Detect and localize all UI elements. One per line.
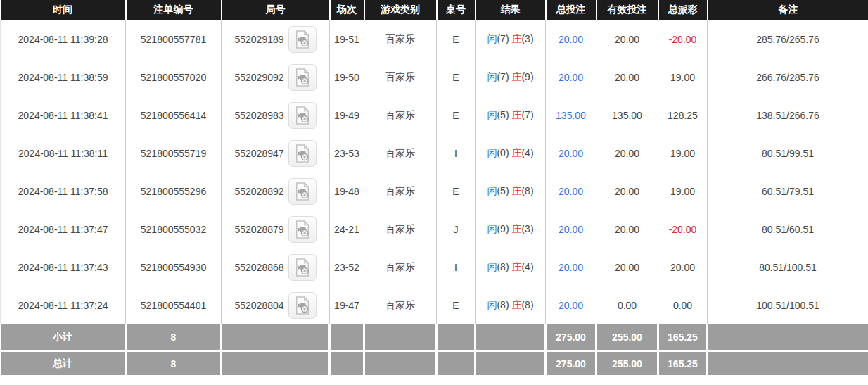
cell-result: 闲(8) 庄(4)	[476, 248, 546, 286]
video-replay-button[interactable]	[288, 26, 317, 53]
cell-total-bet[interactable]: 20.00	[546, 58, 596, 96]
video-file-icon	[295, 220, 310, 239]
grandtotal-valid-bet: 255.00	[596, 351, 658, 376]
cell-order-number: 521800555032	[126, 210, 222, 248]
banker-score: (7)	[521, 109, 533, 120]
player-label: 闲	[487, 33, 497, 44]
cell-game-type: 百家乐	[364, 134, 437, 172]
table-footer: 小计8275.00255.00165.25总计8275.00255.00165.…	[1, 324, 868, 376]
cell-remark: 285.76/265.76	[708, 20, 868, 58]
cell-valid-bet: 0.00	[596, 286, 658, 324]
cell-total-bet[interactable]: 20.00	[546, 286, 596, 324]
cell-payout: -20.00	[658, 20, 708, 58]
cell-remark: 80.51/100.51	[708, 248, 868, 286]
cell-table-number: E	[437, 286, 476, 324]
banker-score: (9)	[521, 71, 533, 82]
cell-payout: -20.00	[658, 210, 708, 248]
player-score: (8)	[497, 261, 511, 272]
table-row: 2024-08-11 11:38:41521800556414552028983…	[1, 96, 868, 134]
cell-time: 2024-08-11 11:37:24	[1, 286, 126, 324]
cell-valid-bet: 20.00	[596, 248, 658, 286]
column-header-remark: 备注	[708, 0, 868, 20]
cell-total-bet[interactable]: 20.00	[546, 20, 596, 58]
cell-result: 闲(9) 庄(3)	[476, 210, 546, 248]
cell-time: 2024-08-11 11:38:41	[1, 96, 126, 134]
banker-label: 庄	[511, 71, 521, 82]
cell-game-type: 百家乐	[364, 172, 437, 210]
banker-score: (3)	[521, 33, 533, 44]
player-score: (7)	[497, 33, 511, 44]
cell-game-type: 百家乐	[364, 20, 437, 58]
cell-total-bet[interactable]: 135.00	[546, 96, 596, 134]
player-label: 闲	[487, 261, 497, 272]
cell-total-bet[interactable]: 20.00	[546, 210, 596, 248]
grandtotal-label: 总计	[1, 351, 126, 376]
cell-valid-bet: 20.00	[596, 134, 658, 172]
cell-order-number: 521800554930	[126, 248, 222, 286]
video-replay-button[interactable]	[288, 102, 317, 129]
video-file-icon	[295, 258, 310, 277]
video-replay-button[interactable]	[288, 64, 317, 91]
subtotal-total-bet: 275.00	[546, 324, 596, 351]
cell-total-bet[interactable]: 20.00	[546, 172, 596, 210]
cell-table-number: I	[437, 134, 476, 172]
video-replay-button[interactable]	[288, 140, 317, 167]
subtotal-payout: 165.25	[658, 324, 708, 351]
round-number-text: 552028983	[234, 110, 283, 121]
player-label: 闲	[487, 185, 497, 196]
video-file-icon	[295, 296, 310, 315]
banker-score: (4)	[521, 261, 533, 272]
player-score: (8)	[497, 299, 511, 310]
cell-valid-bet: 20.00	[596, 172, 658, 210]
cell-total-bet[interactable]: 20.00	[546, 248, 596, 286]
cell-result: 闲(7) 庄(9)	[476, 58, 546, 96]
column-header-session: 场次	[330, 0, 364, 20]
table-row: 2024-08-11 11:37:47521800555032552028879…	[1, 210, 868, 248]
cell-round-number: 552028892	[222, 172, 330, 210]
cell-session: 19-50	[330, 58, 364, 96]
cell-time: 2024-08-11 11:39:28	[1, 20, 126, 58]
column-header-order-no: 注单编号	[126, 0, 222, 20]
cell-total-bet[interactable]: 20.00	[546, 134, 596, 172]
round-number-wrap: 552028892	[234, 178, 316, 205]
video-replay-button[interactable]	[288, 254, 317, 281]
video-replay-button[interactable]	[288, 216, 317, 243]
round-number-wrap: 552028983	[234, 102, 316, 129]
cell-table-number: I	[437, 248, 476, 286]
player-label: 闲	[487, 147, 497, 158]
cell-session: 19-49	[330, 96, 364, 134]
banker-label: 庄	[511, 147, 521, 158]
cell-remark: 80.51/60.51	[708, 210, 868, 248]
cell-table-number: E	[437, 20, 476, 58]
cell-game-type: 百家乐	[364, 58, 437, 96]
video-file-icon	[295, 144, 310, 163]
cell-round-number: 552028879	[222, 210, 330, 248]
cell-round-number: 552028804	[222, 286, 330, 324]
cell-result: 闲(8) 庄(8)	[476, 286, 546, 324]
player-score: (9)	[497, 223, 511, 234]
cell-payout: 19.00	[658, 58, 708, 96]
cell-game-type: 百家乐	[364, 96, 437, 134]
grandtotal-empty-remark	[708, 351, 868, 376]
round-number-wrap: 552028868	[234, 254, 316, 281]
cell-valid-bet: 135.00	[596, 96, 658, 134]
column-header-time: 时间	[1, 0, 126, 20]
cell-result: 闲(5) 庄(7)	[476, 96, 546, 134]
round-number-text: 552029189	[234, 34, 283, 45]
table-row: 2024-08-11 11:37:43521800554930552028868…	[1, 248, 868, 286]
cell-session: 19-47	[330, 286, 364, 324]
table-body: 2024-08-11 11:39:28521800557781552029189…	[1, 20, 868, 324]
table-row: 2024-08-11 11:38:59521800557020552029092…	[1, 58, 868, 96]
banker-label: 庄	[511, 109, 521, 120]
cell-table-number: E	[437, 172, 476, 210]
cell-table-number: J	[437, 210, 476, 248]
cell-order-number: 521800555296	[126, 172, 222, 210]
cell-game-type: 百家乐	[364, 210, 437, 248]
grandtotal-payout: 165.25	[658, 351, 708, 376]
grandtotal-empty-round	[222, 351, 330, 376]
video-replay-button[interactable]	[288, 178, 317, 205]
cell-valid-bet: 20.00	[596, 20, 658, 58]
video-replay-button[interactable]	[288, 292, 317, 319]
subtotal-count: 8	[126, 324, 222, 351]
subtotal-empty-game-type	[364, 324, 437, 351]
